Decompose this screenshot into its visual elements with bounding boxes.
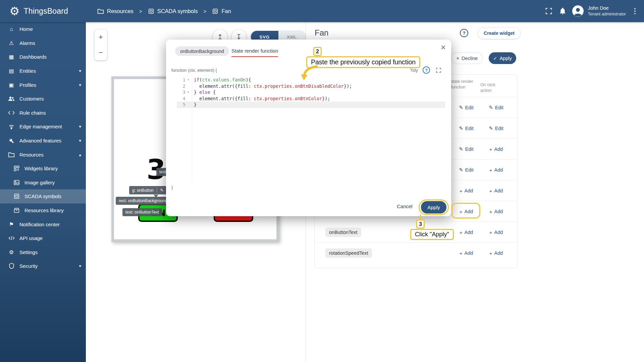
state-render-add-button[interactable]: +Add: [460, 208, 473, 214]
tidy-button[interactable]: Tidy: [410, 68, 418, 73]
sidebar-item-advanced-features[interactable]: Advanced features▾: [0, 134, 86, 148]
header-actions: John Doe Tenant administrator ⋮: [542, 0, 640, 22]
sidebar-item-profiles[interactable]: ▣Profiles▾: [0, 78, 86, 92]
breadcrumb-item-resources[interactable]: Resources: [97, 8, 133, 14]
state-render-add-button[interactable]: +Add: [460, 250, 473, 256]
line-number: 1: [177, 77, 185, 83]
sidebar-item-customers[interactable]: Customers: [0, 92, 86, 106]
fold-icon[interactable]: ▾: [185, 89, 191, 96]
sidebar-item-alarms[interactable]: ⚠Alarms: [0, 36, 86, 50]
element-tag-onButtonBackground[interactable]: rect: onButtonBackground: [116, 197, 170, 205]
sidebar: ⌂Home⚠Alarms▦Dashboards▤Entities▾▣Profil…: [0, 22, 86, 362]
on-click-edit-button[interactable]: ✎Edit: [489, 105, 503, 111]
line-number: 4: [177, 96, 185, 102]
zoom-in-button[interactable]: +: [95, 29, 107, 45]
folder-icon: [97, 8, 104, 14]
fold-icon: [185, 83, 191, 89]
state-render-edit-button[interactable]: ✎Edit: [459, 167, 474, 173]
sidebar-item-api-usage[interactable]: API usage: [0, 231, 86, 245]
element-tag-onButtonText[interactable]: text: onButtonText: [122, 208, 162, 216]
chevron-up-icon: ▴: [79, 152, 81, 157]
on-click-add-button[interactable]: +Add: [489, 167, 503, 173]
plus-icon: +: [489, 208, 492, 214]
chevron-down-icon: ▾: [79, 82, 81, 87]
close-icon[interactable]: ×: [441, 43, 446, 52]
state-render-edit-button[interactable]: ✎Edit: [459, 105, 474, 111]
line-number: 5: [177, 102, 185, 108]
breadcrumb-item-fan[interactable]: Fan: [212, 8, 231, 14]
code-editor[interactable]: 1▾if(ctx.values.fanOn){2 element.attr({f…: [177, 77, 445, 181]
on-click-add-button[interactable]: +Add: [489, 250, 503, 256]
avatar[interactable]: [572, 5, 584, 17]
check-icon: ✓: [493, 56, 497, 61]
fullscreen-icon[interactable]: [542, 4, 556, 18]
scada-icon: [212, 8, 218, 14]
chevron-down-icon: ▾: [79, 263, 81, 268]
sidebar-item-security[interactable]: Security▾: [0, 259, 86, 273]
on-click-add-button[interactable]: +Add: [489, 188, 503, 193]
on-click-add-button[interactable]: +Add: [489, 146, 503, 152]
sidebar-item-resources[interactable]: Resources▴: [0, 147, 86, 162]
widgets-icon: [12, 165, 20, 172]
sidebar-item-image-gallery[interactable]: Image gallery: [0, 176, 86, 190]
rule-chains-icon: [7, 110, 15, 115]
sidebar-item-rule-chains[interactable]: Rule chains: [0, 106, 86, 120]
function-signature: function (ctx, element) {: [171, 68, 217, 73]
breadcrumb-separator: >: [139, 8, 142, 14]
table-row: onButtonText+Add+Add: [315, 222, 517, 242]
sidebar-item-home[interactable]: ⌂Home: [0, 22, 86, 36]
sidebar-item-settings[interactable]: ⚙Settings: [0, 245, 86, 259]
element-tag-onButton[interactable]: g: onButton ✎: [129, 186, 167, 194]
help-icon[interactable]: ?: [460, 29, 468, 37]
expand-icon[interactable]: [435, 67, 442, 73]
breadcrumb-item-scada-symbols[interactable]: SCADA symbols: [148, 8, 198, 14]
scada-icon: [12, 193, 20, 199]
pencil-icon: ✎: [489, 105, 493, 111]
security-icon: [7, 263, 15, 269]
create-widget-button[interactable]: Create widget: [478, 27, 521, 39]
on-click-add-button[interactable]: +Add: [489, 208, 503, 214]
zoom-out-button[interactable]: −: [95, 45, 107, 60]
user-menu[interactable]: John Doe Tenant administrator: [588, 5, 626, 17]
tab-state-render-function[interactable]: State render function: [231, 48, 278, 57]
on-click-add-button[interactable]: +Add: [489, 229, 503, 235]
state-render-edit-button[interactable]: ✎Edit: [459, 146, 474, 152]
kebab-menu-icon[interactable]: ⋮: [630, 7, 640, 15]
sidebar-item-dashboards[interactable]: ▦Dashboards: [0, 50, 86, 64]
state-render-add-button[interactable]: +Add: [460, 188, 473, 193]
apply-button-top[interactable]: ✓ Apply: [489, 52, 516, 64]
chevron-down-icon: ▾: [79, 124, 81, 129]
pencil-icon[interactable]: ✎: [157, 188, 164, 193]
column-header-state-render: state render function: [451, 79, 474, 90]
help-icon[interactable]: ?: [423, 66, 430, 74]
app-logo[interactable]: ⚙ ThingsBoard: [9, 0, 68, 22]
pencil-icon: ✎: [459, 167, 463, 173]
cancel-button[interactable]: Cancel: [397, 203, 413, 209]
sidebar-item-edge-management[interactable]: Edge management▾: [0, 120, 86, 134]
settings-icon: ⚙: [7, 249, 15, 255]
plus-icon: +: [489, 167, 492, 173]
decline-button[interactable]: × Decline: [451, 52, 483, 64]
pencil-icon: ✎: [459, 105, 463, 111]
function-closing-brace: }: [171, 185, 173, 190]
breadcrumb: Resources>SCADA symbols>Fan: [97, 0, 231, 22]
sidebar-item-entities[interactable]: ▤Entities▾: [0, 64, 86, 78]
table-row: rotationSpeedText+Add+Add: [315, 242, 517, 263]
element-chip[interactable]: onButtonBackground: [175, 46, 229, 56]
fold-icon[interactable]: ▾: [185, 77, 191, 83]
sidebar-item-notification-center[interactable]: ⚑Notification center: [0, 217, 86, 231]
user-role: Tenant administrator: [588, 11, 626, 17]
on-click-edit-button[interactable]: ✎Edit: [489, 125, 503, 131]
image-icon: [12, 180, 20, 185]
notifications-bell-icon[interactable]: [556, 4, 570, 18]
brand-name: ThingsBoard: [23, 7, 68, 16]
page-title: Fan: [315, 28, 328, 38]
sidebar-item-widgets-library[interactable]: Widgets library: [0, 162, 86, 176]
sidebar-item-scada-symbols[interactable]: SCADA symbols: [0, 189, 86, 203]
pencil-icon: ✎: [489, 125, 493, 131]
state-render-edit-button[interactable]: ✎Edit: [459, 125, 474, 131]
plus-icon: +: [460, 229, 463, 235]
state-render-add-button[interactable]: +Add: [460, 229, 473, 235]
apply-button[interactable]: Apply: [421, 201, 446, 214]
sidebar-item-resources-library[interactable]: Resources library: [0, 203, 86, 218]
